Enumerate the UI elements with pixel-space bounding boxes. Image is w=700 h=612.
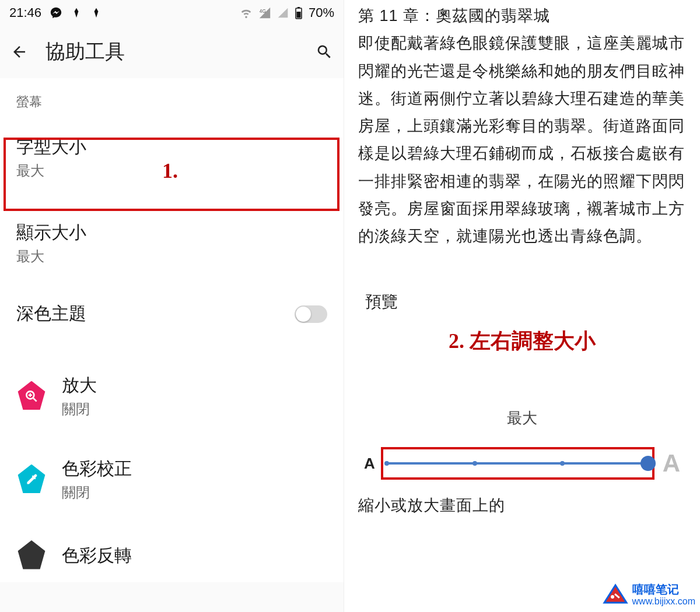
messenger-icon [50,6,62,19]
signal-icon [277,7,289,19]
page-title: 協助工具 [46,38,125,65]
invert-icon [16,540,47,571]
magnify-icon [16,381,47,411]
app-toolbar: 協助工具 [0,26,344,78]
svg-text:4G: 4G [260,9,266,14]
item-font-size[interactable]: 字型大小 最大 [0,121,344,196]
status-bar: 21:46 4G 70% [0,0,344,26]
font-size-slider[interactable] [384,462,651,465]
watermark-name: 嘻嘻笔记 [632,583,695,596]
item-title: 色彩反轉 [62,544,132,568]
item-subtitle: 最大 [16,161,86,180]
item-magnify[interactable]: 放大 關閉 [0,363,344,430]
watermark: 嘻嘻笔记 www.bijixx.com [602,582,695,609]
back-icon[interactable] [10,43,28,61]
item-subtitle: 關閉 [62,400,97,418]
preview-passage: 第 11 章：奧茲國的翡翠城 即使配戴著綠色眼鏡保護雙眼，這座美麗城市閃耀的光芒… [358,0,686,250]
battery-percent: 70% [309,5,334,20]
item-subtitle: 最大 [16,247,86,266]
status-time: 21:46 [9,5,41,20]
notification-icon [71,7,82,19]
eyedropper-icon [16,465,47,495]
annotation-label-2: 2. 左右調整大小 [358,327,686,356]
font-size-preview-screen: 第 11 章：奧茲國的翡翠城 即使配戴著綠色眼鏡保護雙眼，這座美麗城市閃耀的光芒… [344,0,700,612]
watermark-logo-icon [602,582,629,609]
item-color-correction[interactable]: 色彩校正 關閉 [0,446,344,513]
slider-description: 縮小或放大畫面上的 [358,495,686,516]
font-size-slider-area: 最大 A A [358,408,686,477]
slider-max-label: A [663,449,680,477]
wifi-icon [240,6,253,19]
signal-4g-icon: 4G [258,6,271,19]
watermark-url: www.bijixx.com [632,596,695,607]
item-color-invert[interactable]: 色彩反轉 [0,530,344,582]
slider-state-label: 最大 [358,408,686,428]
item-title: 字型大小 [16,135,86,159]
settings-list: 螢幕 字型大小 最大 顯示大小 最大 深色主題 [0,78,344,582]
svg-line-5 [33,398,36,401]
slider-thumb[interactable] [640,456,656,471]
svg-point-8 [611,595,614,599]
item-title: 深色主題 [16,302,86,326]
svg-rect-3 [296,12,300,18]
section-header-screen: 螢幕 [0,78,344,121]
item-dark-theme[interactable]: 深色主題 [0,291,344,337]
item-subtitle: 關閉 [62,483,132,502]
svg-rect-2 [298,7,300,8]
search-icon[interactable] [316,43,333,61]
item-display-size[interactable]: 顯示大小 最大 [0,210,344,277]
battery-icon [295,6,303,19]
item-title: 顯示大小 [16,221,86,245]
notification-icon-2 [90,7,102,19]
item-title: 放大 [62,374,97,398]
passage-body: 即使配戴著綠色眼鏡保護雙眼，這座美麗城市閃耀的光芒還是令桃樂絲和她的朋友們目眩神… [358,34,685,245]
item-title: 色彩校正 [62,457,132,481]
preview-section-label: 預覽 [358,291,686,313]
settings-screen: 21:46 4G 70% [0,0,344,612]
dark-theme-toggle[interactable] [295,305,327,323]
slider-min-label: A [364,455,375,473]
chapter-heading: 第 11 章：奧茲國的翡翠城 [358,7,550,24]
